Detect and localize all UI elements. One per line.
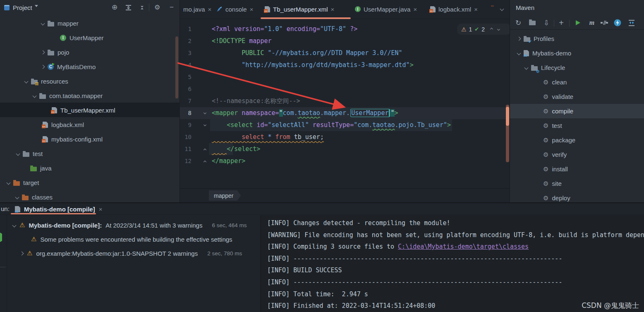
excluded-folder-icon: [22, 196, 29, 200]
tree-item-target[interactable]: target: [0, 175, 180, 190]
code-line[interactable]: 9 <select id="selectAll" resultType="com…: [180, 119, 510, 131]
maven-goal-test[interactable]: ⚙test: [510, 118, 644, 133]
build-warning-row[interactable]: ⚠ Some problems were encountered while b…: [0, 233, 232, 245]
close-icon[interactable]: ×: [99, 206, 103, 213]
close-icon[interactable]: ×: [208, 6, 212, 13]
suspend-icon[interactable]: [0, 272, 4, 279]
close-icon[interactable]: ×: [474, 6, 478, 13]
code-line[interactable]: 3 PUBLIC "-//mybatis.org//DTD Mapper 3.0…: [180, 47, 510, 59]
chevron-right-icon[interactable]: [517, 37, 521, 41]
tree-item-pojo[interactable]: pojo: [0, 45, 180, 60]
chevron-down-icon[interactable]: [524, 66, 529, 70]
chevron-down-icon[interactable]: [16, 152, 20, 156]
code-line[interactable]: 11 </select>: [180, 143, 510, 155]
gear-icon[interactable]: ⚙: [154, 4, 160, 11]
console-line: [WARNING] File encoding has not been set…: [267, 230, 644, 240]
editor-error-stripe-mark: [506, 107, 509, 126]
add-maven-project-icon[interactable]: +: [556, 18, 566, 28]
tab-usermapper-java[interactable]: I UserMapper.java×: [352, 0, 420, 18]
console-line: [INFO] Changes detected - recompiling th…: [267, 218, 450, 228]
chevron-down-icon[interactable]: [15, 195, 19, 199]
toggle-skip-tests-icon[interactable]: [599, 18, 609, 28]
execute-maven-goal-icon[interactable]: m: [587, 18, 597, 28]
maven-goal-clean[interactable]: ⚙clean: [510, 75, 644, 89]
code-line[interactable]: 5: [180, 71, 510, 83]
maven-item-project[interactable]: mMybatis-demo: [510, 46, 644, 60]
close-icon[interactable]: ×: [331, 6, 335, 13]
tree-item-resources[interactable]: resources: [0, 74, 180, 89]
tab-console[interactable]: console×: [213, 0, 256, 18]
generate-sources-folder-icon[interactable]: [527, 18, 537, 28]
collapse-all-icon[interactable]: [139, 5, 145, 11]
chevron-down-icon[interactable]: [33, 94, 37, 98]
run-maven-build-icon[interactable]: [573, 18, 583, 28]
locate-file-icon[interactable]: ⊕: [112, 4, 117, 11]
hidden-tabs-chevron-icon[interactable]: [500, 7, 504, 11]
folder-icon: [39, 94, 46, 99]
snapshot-icon[interactable]: [0, 297, 4, 303]
show-options-icon[interactable]: [0, 284, 4, 291]
code-line[interactable]: 7<!--namespace:名称空间-->: [180, 95, 510, 107]
tree-item-test[interactable]: test: [0, 146, 180, 161]
inspections-widget[interactable]: ⚠ 1 ✔ 2: [457, 24, 511, 35]
chevron-right-icon[interactable]: [20, 251, 24, 255]
build-artifact-row[interactable]: ⚠ org.example:Mybatis-demo:jar:1.0-SNAPS…: [0, 247, 242, 259]
tab-tb-usermapper-xml[interactable]: Tb_userMapper.xml×: [261, 0, 338, 18]
maven-goal-verify[interactable]: ⚙verify: [510, 147, 644, 162]
fold-marker-icon[interactable]: [203, 111, 206, 114]
refresh-icon[interactable]: ↻: [513, 18, 523, 28]
fold-marker-icon[interactable]: [203, 123, 206, 126]
hide-panel-icon[interactable]: −: [170, 4, 174, 11]
lifecycle-folder-icon: ⚙: [531, 66, 538, 71]
tree-item-mybatisdemo[interactable]: CMyBatisDemo: [0, 60, 180, 74]
gear-icon: ⚙: [543, 195, 548, 201]
tree-item-mybatis-config-xml[interactable]: mybatis-config.xml: [0, 132, 180, 146]
close-icon[interactable]: ×: [250, 6, 254, 13]
tab-mo-java[interactable]: mo.java×: [180, 0, 215, 18]
chevron-down-icon[interactable]: [517, 51, 521, 55]
chevron-right-icon[interactable]: [41, 65, 45, 69]
project-view-selector[interactable]: Project: [13, 4, 32, 11]
chevron-down-icon[interactable]: [12, 223, 17, 227]
code-line[interactable]: 4 "http://mybatis.org/dtd/mybatis-3-mapp…: [180, 59, 510, 71]
project-scrollbar-thumb[interactable]: [175, 36, 178, 98]
tree-item-tb-usermapper-xml[interactable]: Tb_userMapper.xml: [0, 103, 180, 118]
partial-tab-icon[interactable]: [491, 6, 495, 12]
maven-item-profiles[interactable]: ✔Profiles: [510, 31, 644, 46]
code-line[interactable]: 12</mapper>: [180, 155, 510, 167]
chevron-down-icon[interactable]: [41, 22, 45, 26]
expand-all-icon[interactable]: [627, 18, 637, 28]
close-icon[interactable]: ×: [413, 6, 417, 13]
maven-goal-compile[interactable]: ⚙compile: [510, 104, 644, 118]
chevron-down-icon[interactable]: [24, 79, 29, 84]
build-bolt-icon[interactable]: [613, 18, 622, 28]
fold-marker-icon[interactable]: [203, 149, 206, 151]
code-line[interactable]: 2<!DOCTYPE mapper: [180, 35, 510, 47]
breadcrumb[interactable]: mapper: [209, 190, 241, 201]
tree-item-com-taotao-mapper[interactable]: com.taotao.mapper: [0, 89, 180, 103]
chevron-down-icon[interactable]: [35, 7, 38, 14]
chevron-right-icon[interactable]: [41, 50, 45, 55]
maven-item-lifecycle[interactable]: ⚙Lifecycle: [510, 60, 644, 75]
tab-logback-xml[interactable]: logback.xml×: [427, 0, 481, 18]
prev-problem-icon[interactable]: [490, 28, 493, 31]
maven-goal-package[interactable]: ⚙package: [510, 133, 644, 147]
tree-item-usermapper[interactable]: IUserMapper: [0, 31, 180, 45]
next-problem-icon[interactable]: [497, 28, 500, 31]
maven-goal-site[interactable]: ⚙site: [510, 176, 644, 191]
code-line[interactable]: 6: [180, 83, 510, 95]
code-line-current[interactable]: 8<mapper namespace="com.taotao.mapper.Us…: [180, 107, 510, 119]
tree-item-java[interactable]: java: [0, 161, 180, 175]
tree-item-logback-xml[interactable]: logback.xml: [0, 118, 180, 132]
chevron-down-icon[interactable]: [7, 181, 11, 185]
download-sources-icon[interactable]: ⇩: [541, 18, 551, 28]
code-line[interactable]: 10 select * from tb_user;: [180, 131, 510, 143]
tree-item-mapper[interactable]: mapper: [0, 16, 180, 31]
expand-all-icon[interactable]: [125, 5, 132, 11]
maven-goal-validate[interactable]: ⚙validate: [510, 89, 644, 104]
build-result-row[interactable]: ⚠ Mybatis-demo [compile]: At 2022/3/14 1…: [0, 219, 247, 231]
fold-marker-icon[interactable]: [203, 161, 206, 163]
run-tab[interactable]: m Mybatis-demo [compile] ×: [15, 204, 102, 214]
skip-icon[interactable]: »: [0, 307, 4, 312]
maven-goal-install[interactable]: ⚙install: [510, 162, 644, 176]
